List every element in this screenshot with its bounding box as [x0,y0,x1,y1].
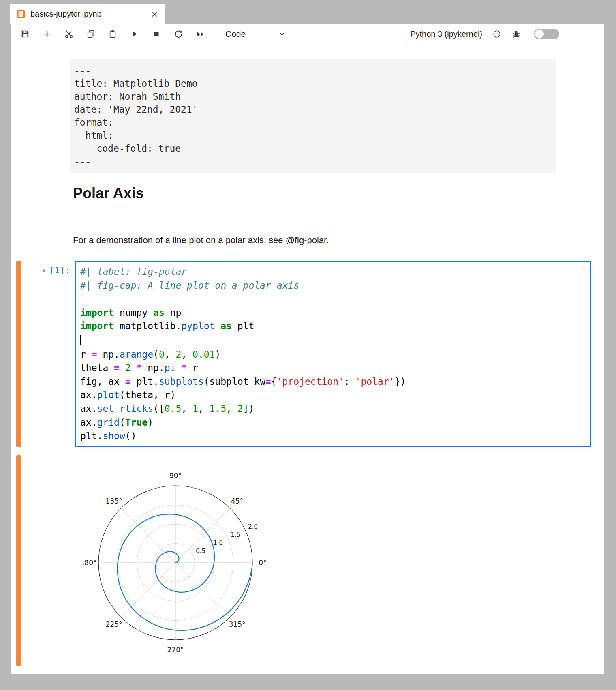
markdown-paragraph: For a demonstration of a line plot on a … [73,234,604,246]
svg-text:135°: 135° [106,497,122,505]
svg-text:270°: 270° [167,646,184,654]
svg-text:0.5: 0.5 [196,547,205,555]
jupyterlab-screen: basics-jupyter.ipynb × + [0,0,616,690]
cell-collapser[interactable] [16,261,21,447]
copy-icon [86,30,95,39]
run-all-icon [196,30,205,39]
cut-icon [64,30,73,39]
run-icon [130,30,139,39]
save-icon [21,30,30,39]
cut-cells-button[interactable] [61,26,77,42]
execution-count: [1]: [49,265,71,275]
run-cell-button[interactable] [126,26,143,42]
output-area: 0°45°90°135°180°225°270°315°0.51.01.52.0 [83,453,591,668]
svg-text:0°: 0° [259,559,266,567]
toggle-knob [535,30,544,39]
code-editor[interactable]: #| label: fig-polar#| fig-cap: A line pl… [75,261,591,447]
paste-cells-button[interactable] [105,26,121,42]
debugger-button[interactable] [508,26,524,42]
svg-text:1.0: 1.0 [213,539,223,546]
copy-cells-button[interactable] [83,26,99,42]
paste-icon [108,30,117,39]
plus-icon: + [43,28,51,41]
toggle-switch[interactable] [534,29,559,39]
svg-text:45°: 45° [231,497,243,505]
output-cell: 0°45°90°135°180°225°270°315°0.51.01.52.0 [75,453,591,668]
kernel-status-icon [492,30,501,39]
tab-close-icon[interactable]: × [152,9,158,19]
raw-cell-text: --- title: Matplotlib Demo author: Norah… [74,64,552,168]
dirty-indicator-icon: • [41,266,46,275]
code-lines: #| label: fig-polar#| fig-cap: A line pl… [80,265,586,443]
code-cell: •[1]: #| label: fig-polar#| fig-cap: A l… [75,261,591,447]
svg-text:180°: 180° [83,559,96,567]
markdown-heading: Polar Axis [73,185,604,202]
kernel-status-button[interactable] [489,26,505,42]
markdown-cell[interactable]: Polar Axis For a demonstration of a line… [11,185,604,246]
svg-text:1.5: 1.5 [231,531,240,538]
svg-text:315°: 315° [229,620,246,628]
restart-kernel-button[interactable] [170,26,186,42]
chevron-down-icon [278,30,286,38]
notebook-tab[interactable]: basics-jupyter.ipynb × [10,4,165,24]
kernel-name[interactable]: Python 3 (ipykernel) [410,30,482,39]
notebook-file-icon [16,9,26,19]
text-cursor [80,335,81,345]
stop-icon [152,30,161,39]
polar-plot: 0°45°90°135°180°225°270°315°0.51.01.52.0 [83,455,293,666]
notebook-toolbar: + [11,24,604,45]
tab-title: basics-jupyter.ipynb [30,9,152,19]
raw-cell[interactable]: --- title: Matplotlib Demo author: Norah… [70,59,556,173]
tab-bar: basics-jupyter.ipynb × [0,0,616,24]
svg-text:2.0: 2.0 [248,523,258,530]
add-cell-button[interactable]: + [39,26,55,42]
output-collapser[interactable] [16,455,21,666]
cell-type-dropdown[interactable]: Code [225,29,286,39]
bug-icon [512,30,521,39]
save-button[interactable] [17,26,33,42]
notebook-window: + [11,24,604,674]
restart-run-all-button[interactable] [192,26,208,42]
svg-text:90°: 90° [169,471,182,480]
svg-text:225°: 225° [106,620,122,628]
cell-type-value: Code [225,29,246,39]
restart-icon [174,30,183,39]
interrupt-kernel-button[interactable] [148,26,165,42]
execution-prompt: •[1]: [30,265,71,276]
notebook-content: --- title: Matplotlib Demo author: Norah… [11,45,604,674]
